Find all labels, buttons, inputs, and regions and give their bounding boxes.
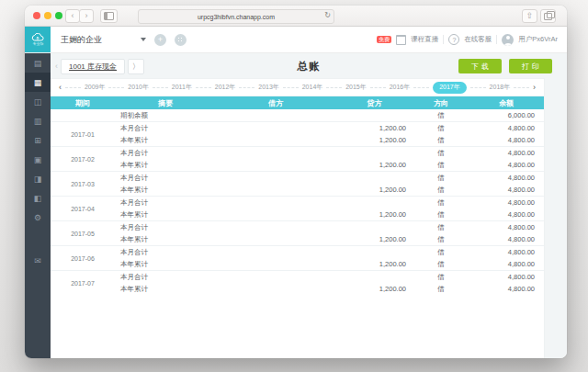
- download-button[interactable]: 下载: [458, 59, 502, 73]
- summary-cell: 本月合计: [115, 273, 216, 282]
- forward-icon[interactable]: ›: [79, 9, 94, 23]
- summary-cell: 本月合计: [115, 124, 216, 133]
- sidebar-item-invoice[interactable]: ⊞: [25, 130, 51, 150]
- balance-cell: 4,800.00: [469, 186, 544, 194]
- table-row[interactable]: 本月合计借4,800.00: [51, 147, 544, 159]
- chevron-down-icon[interactable]: [141, 38, 146, 41]
- share-icon[interactable]: ⇧: [522, 9, 537, 23]
- print-button[interactable]: 打印: [509, 59, 552, 73]
- sidebar-item-reports[interactable]: ◫: [25, 92, 51, 111]
- table-row[interactable]: 本年累计1,200.00借4,800.00: [51, 209, 544, 220]
- tabs-glyph: [544, 13, 552, 20]
- year-tab-2013[interactable]: 2013年: [258, 83, 279, 92]
- table-row[interactable]: 本月合计1,200.00借4,800.00: [51, 122, 544, 134]
- period-cell: 2017-02: [51, 147, 115, 171]
- minimize-window-button[interactable]: [44, 12, 51, 19]
- sidebar-toggle-icon[interactable]: [100, 9, 118, 23]
- account-next-icon[interactable]: 〉: [128, 59, 144, 74]
- year-tab-2016[interactable]: 2016年: [390, 83, 411, 92]
- balance-cell: 4,800.00: [469, 149, 544, 157]
- desktop: ‹ › urpcg3hibfvn.chanapp.com ↻ ⇧ 专业版 王媚的…: [0, 0, 588, 372]
- credit-cell: 1,200.00: [335, 161, 413, 169]
- balance-cell: 4,800.00: [469, 273, 544, 281]
- apps-grid-button[interactable]: [175, 34, 187, 46]
- account-prev-icon[interactable]: ‹: [55, 62, 58, 71]
- sidebar-item-inventory[interactable]: ▣: [25, 150, 51, 169]
- sidebar-item-settings[interactable]: ⚙: [25, 208, 51, 227]
- table-row[interactable]: 本年累计1,200.00借4,800.00: [51, 283, 544, 295]
- table-row[interactable]: 本年累计1,200.00借4,800.00: [51, 233, 544, 245]
- sidebar-item-support[interactable]: ✉: [25, 251, 51, 270]
- direction-cell: 借: [413, 260, 469, 269]
- close-window-button[interactable]: [33, 12, 40, 19]
- action-buttons: 下载 打印: [458, 59, 552, 73]
- year-next-icon[interactable]: ›: [533, 84, 536, 92]
- credit-cell: 1,200.00: [335, 285, 413, 293]
- app-logo[interactable]: 专业版: [25, 27, 51, 52]
- year-tab-2018[interactable]: 2018年: [490, 83, 511, 92]
- balance-cell: 4,800.00: [469, 285, 544, 293]
- sidebar-item-voucher[interactable]: ▤: [25, 53, 51, 73]
- zoom-window-button[interactable]: [55, 12, 62, 19]
- divider: [496, 35, 497, 44]
- company-name[interactable]: 王媚的企业: [61, 34, 102, 46]
- table-row[interactable]: 本月合计借4,800.00: [51, 271, 544, 283]
- sidebar-item-funds[interactable]: ▥: [25, 111, 51, 130]
- sidebar-item-payroll[interactable]: ◨: [25, 169, 51, 188]
- year-tab-2014[interactable]: 2014年: [302, 83, 323, 92]
- year-tab-2009[interactable]: 2009年: [85, 83, 106, 92]
- table-row[interactable]: 本年累计1,200.00借4,800.00: [51, 258, 544, 270]
- table-row[interactable]: 本年累计1,200.00借4,800.00: [51, 134, 544, 146]
- avatar[interactable]: [502, 34, 514, 46]
- table-body: 期初余额 借 6,000.00 2017-01本月合计1,200.00借4,80…: [51, 109, 544, 295]
- opening-balance-row[interactable]: 期初余额 借 6,000.00: [51, 109, 544, 121]
- sidebar-item-ledger[interactable]: ▦: [25, 73, 51, 92]
- table-row[interactable]: 本月合计借4,800.00: [51, 172, 544, 184]
- username[interactable]: 用户Px6VrAr: [518, 35, 558, 44]
- page-title: 总账: [298, 60, 321, 73]
- browser-window: ‹ › urpcg3hibfvn.chanapp.com ↻ ⇧ 专业版 王媚的…: [25, 6, 567, 358]
- live-course-link[interactable]: 课程直播: [411, 35, 438, 44]
- timeline-dash: [65, 87, 81, 88]
- year-tab-2012[interactable]: 2012年: [215, 83, 236, 92]
- year-tab-2011[interactable]: 2011年: [172, 83, 192, 92]
- direction-cell: 借: [413, 198, 469, 208]
- timeline-dash: [196, 87, 211, 88]
- timeline-dash: [153, 87, 168, 88]
- sidebar-glyph: [104, 12, 114, 20]
- timeline-dash: [514, 87, 529, 88]
- direction-cell: 借: [413, 149, 469, 158]
- account-selector[interactable]: 1001 库存现金: [61, 59, 125, 74]
- summary-cell: 本年累计: [115, 136, 216, 145]
- timeline-dash: [326, 87, 342, 88]
- table-row[interactable]: 本月合计借4,800.00: [51, 246, 544, 258]
- add-button[interactable]: +: [154, 34, 166, 46]
- back-icon[interactable]: ‹: [65, 9, 80, 23]
- table-row[interactable]: 本月合计借4,800.00: [51, 197, 544, 209]
- month-group-2017-04: 2017-04本月合计借4,800.00本年累计1,200.00借4,800.0…: [51, 196, 544, 220]
- col-header-period: 期间: [51, 98, 115, 108]
- reload-icon[interactable]: ↻: [324, 11, 331, 19]
- table-row[interactable]: 本年累计1,200.00借4,800.00: [51, 159, 544, 171]
- balance-cell: 4,800.00: [469, 161, 544, 169]
- summary-cell: 本月合计: [115, 223, 216, 232]
- month-group-2017-01: 2017-01本月合计1,200.00借4,800.00本年累计1,200.00…: [51, 121, 544, 146]
- header-right-cluster: 免费 课程直播 ? 在线客服 用户Px6VrAr: [377, 34, 558, 46]
- table-row[interactable]: 本年累计1,200.00借4,800.00: [51, 184, 544, 196]
- tabs-overview-icon[interactable]: [540, 9, 556, 23]
- address-bar[interactable]: urpcg3hibfvn.chanapp.com ↻: [138, 9, 334, 24]
- traffic-lights: [33, 12, 62, 19]
- table-row[interactable]: 本月合计借4,800.00: [51, 221, 544, 233]
- online-support-link[interactable]: 在线客服: [464, 35, 492, 44]
- direction-cell: 借: [413, 111, 469, 120]
- year-tab-2017[interactable]: 2017年: [433, 82, 467, 94]
- help-icon[interactable]: ?: [448, 34, 459, 45]
- summary-cell: 本年累计: [115, 161, 216, 170]
- year-tab-2010[interactable]: 2010年: [128, 83, 149, 92]
- year-tab-2015[interactable]: 2015年: [345, 83, 367, 92]
- summary-cell: 期初余额: [115, 111, 216, 120]
- credit-cell: 1,200.00: [335, 124, 413, 132]
- sidebar-item-tax[interactable]: ◧: [25, 188, 51, 208]
- direction-cell: 借: [413, 161, 469, 170]
- period-cell: 2017-03: [51, 172, 115, 196]
